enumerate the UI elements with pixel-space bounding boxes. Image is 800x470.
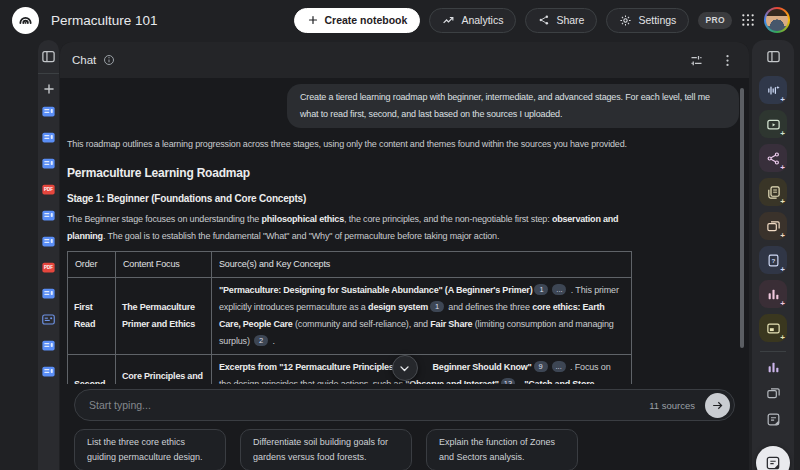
source-item-doc-icon[interactable] (41, 338, 56, 353)
stage-description: The Beginner stage focuses on understand… (67, 211, 631, 245)
table-header-row: OrderContent FocusSource(s) and Key Conc… (68, 252, 632, 278)
quiz-button[interactable]: ?+ (759, 246, 787, 274)
source-item-misc-icon[interactable] (41, 312, 56, 327)
scroll-to-bottom-button[interactable] (392, 355, 418, 381)
chat-scrollbar[interactable] (740, 88, 744, 348)
citation-chip[interactable]: 1 (430, 301, 444, 312)
citation-chip[interactable]: 1 (534, 284, 548, 295)
send-button[interactable] (705, 393, 730, 418)
chat-header: Chat (60, 42, 749, 78)
chat-input-placeholder: Start typing... (89, 399, 649, 411)
source-item-doc-icon[interactable] (41, 156, 56, 171)
response-subheading: Stage 1: Beginner (Foundations and Core … (67, 191, 631, 206)
citation-chip[interactable]: ... (552, 284, 566, 295)
account-avatar[interactable] (764, 7, 790, 33)
table-column-header: Order (68, 252, 116, 278)
sources-count-label: 11 sources (649, 400, 695, 411)
chart-button[interactable] (766, 360, 781, 375)
suggestion-chip[interactable]: Explain the function of Zones and Sector… (426, 429, 578, 470)
note-icon (765, 455, 781, 470)
rail-divider (760, 351, 786, 352)
topbar-actions: Create notebook Analytics Share Settings… (294, 7, 790, 33)
apps-grid-icon[interactable] (741, 13, 755, 27)
create-notebook-label: Create notebook (325, 14, 408, 26)
table-cell: "Permaculture: Designing for Sustainable… (212, 278, 632, 355)
table-cell: First Read (68, 278, 116, 355)
mini-plus-icon: + (780, 96, 785, 104)
svg-text:PDF: PDF (44, 265, 53, 270)
source-item-doc-icon[interactable] (41, 208, 56, 223)
source-item-doc-icon[interactable] (41, 286, 56, 301)
notebook-title: Permaculture 101 (51, 13, 158, 28)
mini-plus-icon: + (780, 232, 785, 240)
mini-plus-icon: + (780, 266, 785, 274)
source-item-pdf-icon[interactable]: PDF (41, 260, 56, 275)
analytics-button[interactable]: Analytics (429, 8, 516, 33)
response-heading: Permaculture Learning Roadmap (67, 165, 631, 181)
infographic-button[interactable]: + (759, 280, 787, 308)
analytics-label: Analytics (461, 14, 503, 26)
settings-button[interactable]: Settings (606, 8, 689, 33)
source-item-doc-icon[interactable] (41, 364, 56, 379)
reports-button[interactable]: + (759, 178, 787, 206)
user-message-bubble: Create a tiered learning roadmap with be… (287, 84, 739, 128)
source-item-doc-icon[interactable] (41, 234, 56, 249)
sources-panel-toggle-icon[interactable] (41, 49, 56, 64)
flashcards-button[interactable]: + (759, 212, 787, 240)
gear-icon (619, 14, 632, 27)
sources-rail: PDFPDF (38, 40, 59, 470)
create-notebook-button[interactable]: Create notebook (294, 8, 421, 33)
add-note-fab[interactable] (756, 446, 790, 470)
chat-input-dock: Start typing... 11 sources List the thre… (60, 384, 749, 470)
avatar-face (766, 9, 788, 31)
chat-panel: Chat Create a tiered learning roadmap wi… (60, 42, 749, 470)
notebooklm-logo-icon[interactable] (12, 7, 39, 34)
info-icon[interactable] (103, 54, 115, 66)
mini-plus-icon: + (780, 130, 785, 138)
suggestion-chips: List the three core ethics guiding perma… (74, 429, 735, 470)
pro-badge: PRO (698, 12, 732, 29)
mini-plus-icon: + (780, 198, 785, 206)
more-vert-icon[interactable] (720, 53, 735, 68)
svg-text:PDF: PDF (44, 187, 53, 192)
citation-chip[interactable]: 2 (254, 335, 268, 346)
source-list: PDFPDF (41, 104, 56, 379)
response-intro: This roadmap outlines a learning progres… (67, 136, 631, 153)
add-source-button[interactable] (42, 82, 56, 96)
table-row: First ReadThe Permaculture Primer and Et… (68, 278, 632, 355)
assistant-response: This roadmap outlines a learning progres… (67, 136, 631, 415)
chat-input[interactable]: Start typing... 11 sources (74, 389, 735, 421)
chat-title: Chat (72, 54, 96, 66)
table-column-header: Content Focus (116, 252, 212, 278)
svg-text:?: ? (771, 256, 775, 263)
studio-tools: +++++?+++ (759, 76, 787, 342)
share-button[interactable]: Share (525, 8, 597, 33)
rail-divider (38, 73, 59, 74)
chevron-down-icon (398, 362, 411, 375)
top-bar: Permaculture 101 Create notebook Analyti… (0, 0, 800, 40)
trend-up-icon (442, 14, 455, 27)
suggestion-chip[interactable]: Differentiate soil building goals for ga… (240, 429, 412, 470)
add-report-button[interactable] (766, 386, 781, 401)
source-item-doc-icon[interactable] (41, 104, 56, 119)
add-note-button[interactable] (766, 412, 781, 427)
tune-icon[interactable] (689, 53, 704, 68)
mind-map-button[interactable]: + (759, 144, 787, 172)
suggestion-chip[interactable]: List the three core ethics guiding perma… (74, 429, 226, 470)
mini-plus-icon: + (780, 300, 785, 308)
studio-rail: +++++?+++ (752, 40, 794, 470)
source-item-doc-icon[interactable] (41, 130, 56, 145)
share-label: Share (556, 14, 584, 26)
arrow-right-icon (711, 399, 724, 412)
table-column-header: Source(s) and Key Concepts (212, 252, 632, 278)
plus-icon (307, 14, 319, 26)
studio-plain-tools (766, 360, 781, 427)
mini-plus-icon: + (780, 334, 785, 342)
citation-chip[interactable]: 9 (534, 361, 548, 372)
audio-overview-button[interactable]: + (759, 76, 787, 104)
citation-chip[interactable]: ... (552, 361, 566, 372)
studio-panel-toggle-icon[interactable] (766, 49, 781, 64)
source-item-pdf-icon[interactable]: PDF (41, 182, 56, 197)
video-overview-button[interactable]: + (759, 110, 787, 138)
slideshow-button[interactable]: + (759, 314, 787, 342)
